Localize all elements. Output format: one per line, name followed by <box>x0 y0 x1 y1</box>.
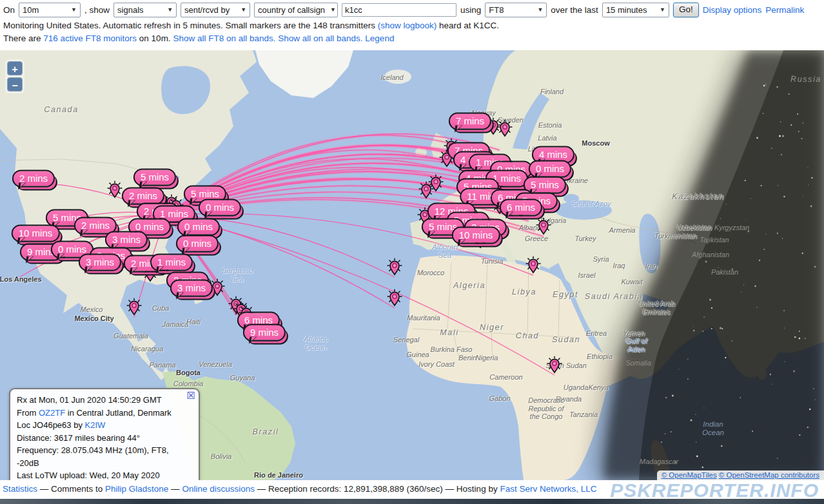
city-light <box>747 231 749 233</box>
zoom-in-button[interactable]: + <box>7 61 23 75</box>
monitor-balloon[interactable]: 3 mins <box>79 254 121 271</box>
transmitter-pin[interactable] <box>526 257 541 277</box>
city-light <box>790 124 792 126</box>
show-logbook-link[interactable]: (show logbook) <box>378 21 437 30</box>
city-light <box>793 371 795 373</box>
mode-select[interactable]: FT8 ▼ <box>485 3 547 17</box>
city-light <box>678 369 679 370</box>
popup-text: Distance: 3617 miles bearing 44° <box>17 433 140 443</box>
city-light <box>702 467 704 469</box>
city-light <box>784 327 785 329</box>
country-select[interactable]: country of callsign ▼ <box>254 3 338 17</box>
city-light <box>741 292 741 293</box>
transmitter-pin[interactable] <box>498 120 513 141</box>
city-light <box>814 266 816 268</box>
transmitter-pin[interactable] <box>108 181 123 202</box>
monitor-balloon[interactable]: 6 mins <box>500 199 542 217</box>
monitor-balloon[interactable]: 10 mins <box>12 225 60 242</box>
world-map[interactable]: CanadaIcelandNorwaySwedenFinlandEstoniaL… <box>0 50 824 480</box>
online-discussions-link[interactable]: Online discussions <box>182 484 255 494</box>
monitor-balloon[interactable]: 1 mins <box>150 254 193 271</box>
city-light <box>781 154 782 155</box>
sentrcvd-select[interactable]: sent/rcvd by ▼ <box>181 3 250 17</box>
close-icon[interactable]: ☒ <box>187 391 195 400</box>
city-light <box>803 196 803 197</box>
city-light <box>784 361 785 362</box>
monitor-balloon[interactable]: 0 mins <box>529 160 571 178</box>
monitor-balloon[interactable]: 10 mins <box>452 227 500 244</box>
city-light <box>661 441 662 443</box>
signals-select[interactable]: signals ▼ <box>113 3 177 17</box>
callsign-input[interactable] <box>342 3 456 17</box>
zoom-out-button[interactable]: − <box>7 77 23 92</box>
permalink-link[interactable]: Permalink <box>765 5 804 15</box>
transmitter-pin[interactable] <box>127 298 142 319</box>
transmitter-pin[interactable] <box>387 258 402 279</box>
city-light <box>807 167 808 168</box>
sea-of-azov <box>564 194 579 203</box>
city-light <box>745 220 746 220</box>
transmitter-pin[interactable] <box>419 182 434 202</box>
legend-link[interactable]: Legend <box>365 34 394 43</box>
callsign-link[interactable]: K2IW <box>85 420 106 430</box>
toolbar: On 10m ▼ , show signals ▼ sent/rcvd by ▼… <box>0 0 824 19</box>
on-label: On <box>3 5 15 15</box>
status-line-2: There are 716 active FT8 monitors on 10m… <box>3 34 394 43</box>
city-light <box>720 218 721 219</box>
city-light <box>721 445 723 447</box>
active-monitors-link[interactable]: 716 active FT8 monitors <box>43 34 137 43</box>
show-all-link[interactable]: Show all on all bands. <box>278 34 362 43</box>
monitor-balloon[interactable]: 3 mins <box>105 231 148 249</box>
monitor-balloon[interactable]: 5 mins <box>133 169 176 186</box>
city-light <box>783 310 785 311</box>
city-light <box>740 397 741 398</box>
city-light <box>743 284 744 285</box>
footer: Statistics — Comments to Philip Gladston… <box>0 480 824 499</box>
monitor-balloon[interactable]: 2 mins <box>12 170 55 188</box>
city-light <box>702 331 703 332</box>
transmitter-pin[interactable] <box>387 289 402 310</box>
monitor-balloon[interactable]: 0 mins <box>176 235 219 253</box>
city-light <box>797 113 798 115</box>
city-light <box>709 299 711 301</box>
city-light <box>813 388 814 389</box>
philip-gladstone-link[interactable]: Philip Gladstone <box>105 484 168 494</box>
popup-line: Distance: 3617 miles bearing 44° <box>17 432 192 445</box>
period-select[interactable]: 15 minutes ▼ <box>602 3 669 17</box>
openmaptiles-link[interactable]: © OpenMapTiles <box>662 471 717 479</box>
city-light <box>771 148 772 149</box>
city-light <box>799 338 801 340</box>
monitor-balloon[interactable]: 9 mins <box>243 324 286 342</box>
city-light <box>799 331 800 332</box>
city-light <box>718 267 718 268</box>
monitor-balloon[interactable]: 0 mins <box>199 199 241 217</box>
monitor-balloon[interactable]: 2 mins <box>122 188 164 205</box>
monitor-balloon[interactable]: 0 mins <box>177 218 220 236</box>
city-light <box>665 433 666 434</box>
city-light <box>782 135 784 137</box>
transmitter-pin[interactable] <box>547 356 562 377</box>
monitor-balloon[interactable]: 3 mins <box>170 280 213 297</box>
popup-line: Last LoTW upload: Wed, 20 May 2020 <box>17 469 192 480</box>
status-line-1: Monitoring United States. Automatic refr… <box>3 21 499 30</box>
city-light <box>770 374 772 376</box>
show-all-ft8-link[interactable]: Show all FT8 on all bands. <box>173 34 275 43</box>
callsign-link[interactable]: OZ2TF <box>39 408 65 418</box>
city-light <box>696 456 698 458</box>
go-button[interactable]: Go! <box>673 3 699 17</box>
city-light <box>766 234 767 235</box>
city-light <box>783 196 785 198</box>
display-options-link[interactable]: Display options <box>703 5 762 15</box>
statistics-link[interactable]: Statistics <box>3 484 37 494</box>
pskreporter-watermark: PSKREPORTER.INFO <box>610 480 819 501</box>
city-light <box>798 131 799 132</box>
monitor-balloon[interactable]: 7 mins <box>449 113 491 130</box>
city-light <box>720 327 721 329</box>
transmitter-pin[interactable] <box>536 218 551 238</box>
overlast-label: over the last <box>551 5 598 15</box>
band-select[interactable]: 10m ▼ <box>19 3 81 17</box>
chevron-down-icon: ▼ <box>537 6 543 13</box>
city-light <box>671 431 672 432</box>
hosting-link[interactable]: Fast Serv Networks, LLC <box>500 484 596 494</box>
openstreetmap-link[interactable]: © OpenStreetMap contributors <box>719 471 819 479</box>
